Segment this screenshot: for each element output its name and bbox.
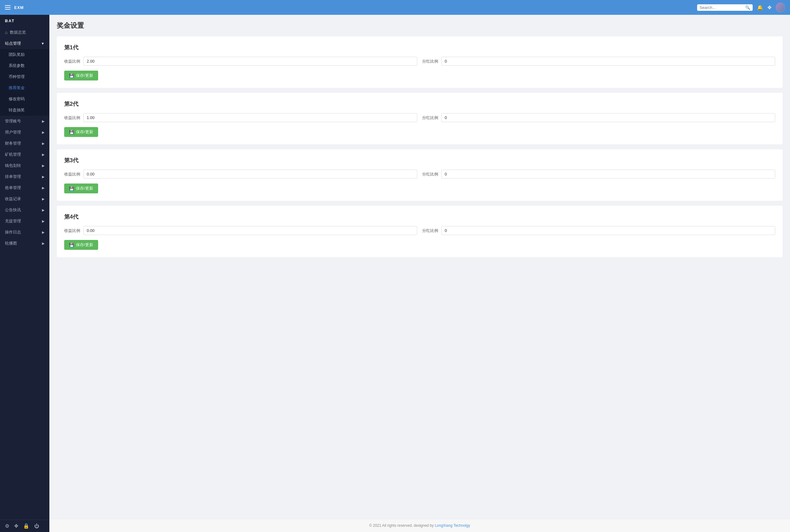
page-title: 奖金设置 — [57, 21, 783, 30]
chevron-right-icon: ▶ — [42, 208, 44, 212]
sidebar-tag: BAT — [0, 15, 49, 27]
footer-link[interactable]: LongXiang Technolgy — [435, 524, 470, 528]
settings-icon[interactable]: ⚙ — [5, 523, 9, 529]
form-row-3: 收益比例 分红比例 — [64, 170, 775, 178]
chevron-right-icon: ▶ — [42, 141, 44, 146]
save-button-3[interactable]: 💾 保存/更新 — [64, 184, 98, 193]
page-body: 奖金设置 第1代 收益比例 分红比例 💾 保存/更新 — [49, 15, 790, 519]
chevron-right-icon: ▶ — [42, 175, 44, 179]
chevron-right-icon: ▶ — [42, 153, 44, 157]
sidebar-group-shouyi[interactable]: 收益记录 ▶ — [0, 193, 49, 205]
sidebar-group-qianbao[interactable]: 钱包划转 ▶ — [0, 160, 49, 171]
dividend-input-4[interactable] — [441, 226, 775, 235]
sidebar-footer: ⚙ ✥ 🔒 ⏻ — [0, 520, 49, 532]
yield-label-1: 收益比例 — [64, 59, 80, 64]
yield-input-3[interactable] — [83, 170, 417, 178]
save-button-1[interactable]: 💾 保存/更新 — [64, 71, 98, 80]
sidebar-item-zhuanpan[interactable]: 转盘抽奖 — [0, 104, 49, 116]
yield-input-2[interactable] — [83, 113, 417, 122]
gen-title-4: 第4代 — [64, 213, 775, 221]
expand-icon[interactable]: ✥ — [768, 5, 771, 11]
save-button-2[interactable]: 💾 保存/更新 — [64, 127, 98, 137]
dividend-label-2: 分红比例 — [422, 115, 438, 120]
app-brand: EXM — [14, 5, 24, 10]
sidebar-group-lunbotu[interactable]: 轮播图 ▶ — [0, 238, 49, 249]
sidebar-item-bizhong[interactable]: 币种管理 — [0, 71, 49, 82]
save-icon-4: 💾 — [69, 243, 74, 247]
search-box: 🔍 — [697, 4, 753, 11]
hamburger-icon[interactable] — [5, 5, 11, 10]
yield-group-4: 收益比例 — [64, 226, 417, 235]
sidebar: BAT ⌂ 数据总览 站点管理 ▼ 团队奖励 系统参数 币种管理 — [0, 15, 49, 532]
sidebar-group-caozuo[interactable]: 操作日志 ▶ — [0, 227, 49, 238]
chevron-right-icon: ▶ — [42, 164, 44, 168]
navbar-right: 🔍 🔔 ✥ — [697, 3, 785, 12]
sidebar-item-home[interactable]: ⌂ 数据总览 — [0, 27, 49, 38]
sidebar-group-caiwu[interactable]: 财务管理 ▶ — [0, 138, 49, 149]
form-row-1: 收益比例 分红比例 — [64, 57, 775, 66]
dividend-group-3: 分红比例 — [422, 170, 775, 178]
sidebar-item-xitong[interactable]: 系统参数 — [0, 60, 49, 71]
bell-icon[interactable]: 🔔 — [757, 5, 763, 11]
main-content: 奖金设置 第1代 收益比例 分红比例 💾 保存/更新 — [49, 15, 790, 532]
home-icon: ⌂ — [5, 30, 7, 35]
sidebar-item-tuijian[interactable]: 推荐奖金 — [0, 82, 49, 93]
sidebar-group-zhandian-label: 站点管理 — [5, 41, 21, 46]
yield-group-3: 收益比例 — [64, 170, 417, 178]
chevron-right-icon: ▶ — [42, 219, 44, 223]
yield-group-1: 收益比例 — [64, 57, 417, 66]
sidebar-item-xiugai[interactable]: 修改密码 — [0, 93, 49, 104]
sidebar-item-tuandui[interactable]: 团队奖励 — [0, 49, 49, 60]
yield-input-4[interactable] — [83, 226, 417, 235]
dividend-group-4: 分红比例 — [422, 226, 775, 235]
dividend-label-3: 分红比例 — [422, 171, 438, 177]
sidebar-group-qiangdan[interactable]: 抢单管理 ▶ — [0, 182, 49, 193]
fullscreen-icon[interactable]: ✥ — [14, 523, 18, 529]
dividend-input-1[interactable] — [441, 57, 775, 66]
form-row-4: 收益比例 分红比例 — [64, 226, 775, 235]
dividend-input-2[interactable] — [441, 113, 775, 122]
chevron-right-icon: ▶ — [42, 242, 44, 246]
sidebar-group-zhandian[interactable]: 站点管理 ▼ — [0, 38, 49, 49]
gen-title-2: 第2代 — [64, 100, 775, 108]
chevron-right-icon: ▶ — [42, 131, 44, 134]
sidebar-sub-zhandian: 团队奖励 系统参数 币种管理 推荐奖金 修改密码 转盘抽奖 — [0, 49, 49, 116]
save-icon-3: 💾 — [69, 186, 74, 191]
sidebar-group-yonghu[interactable]: 用户管理 ▶ — [0, 127, 49, 138]
form-row-2: 收益比例 分红比例 — [64, 113, 775, 122]
sidebar-group-chongtui[interactable]: 充提管理 ▶ — [0, 215, 49, 227]
layout: BAT ⌂ 数据总览 站点管理 ▼ 团队奖励 系统参数 币种管理 — [0, 15, 790, 532]
chevron-right-icon: ▶ — [42, 119, 44, 124]
chevron-right-icon: ▶ — [42, 230, 44, 234]
dividend-label-4: 分红比例 — [422, 228, 438, 233]
yield-label-2: 收益比例 — [64, 115, 80, 120]
gen-title-3: 第3代 — [64, 157, 775, 164]
search-input[interactable] — [700, 5, 745, 10]
navbar: EXM 🔍 🔔 ✥ — [0, 0, 790, 15]
navbar-left: EXM — [5, 5, 24, 10]
power-icon[interactable]: ⏻ — [34, 524, 39, 529]
search-icon[interactable]: 🔍 — [745, 5, 750, 10]
save-icon-1: 💾 — [69, 73, 74, 78]
sidebar-home-label: 数据总览 — [10, 30, 26, 35]
dividend-input-3[interactable] — [441, 170, 775, 178]
gen-card-2: 第2代 收益比例 分红比例 💾 保存/更新 — [57, 93, 783, 144]
dividend-group-2: 分红比例 — [422, 113, 775, 122]
gen-card-4: 第4代 收益比例 分红比例 💾 保存/更新 — [57, 206, 783, 257]
dividend-group-1: 分红比例 — [422, 57, 775, 66]
dividend-label-1: 分红比例 — [422, 59, 438, 64]
yield-group-2: 收益比例 — [64, 113, 417, 122]
chevron-down-icon: ▼ — [41, 42, 44, 45]
page-footer: © 2021 All rights reserved. designed by … — [49, 519, 790, 532]
avatar[interactable] — [776, 3, 785, 12]
sidebar-group-gonggao[interactable]: 公告快讯 ▶ — [0, 205, 49, 215]
sidebar-group-kuangji[interactable]: 矿机管理 ▶ — [0, 149, 49, 160]
yield-input-1[interactable] — [83, 57, 417, 66]
gen-title-1: 第1代 — [64, 44, 775, 51]
sidebar-group-paidan[interactable]: 排单管理 ▶ — [0, 171, 49, 182]
save-button-4[interactable]: 💾 保存/更新 — [64, 240, 98, 250]
sidebar-group-guanli[interactable]: 管理账号 ▶ — [0, 116, 49, 127]
chevron-right-icon: ▶ — [42, 197, 44, 201]
lock-icon[interactable]: 🔒 — [23, 523, 29, 529]
gen-card-1: 第1代 收益比例 分红比例 💾 保存/更新 — [57, 36, 783, 88]
